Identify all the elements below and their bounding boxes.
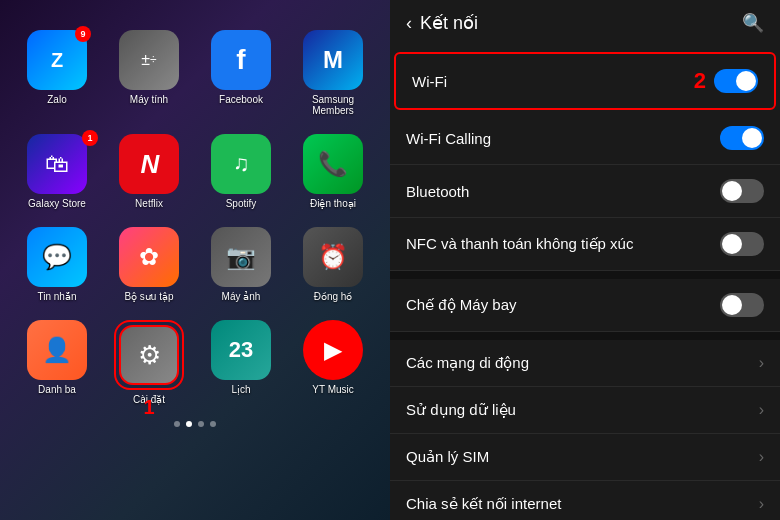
calculator-label: Máy tính (130, 94, 168, 105)
calculator-icon: ±÷ (119, 30, 179, 90)
airplane-toggle-knob (722, 295, 742, 315)
divider-2 (390, 332, 780, 340)
bluetooth-item[interactable]: Bluetooth (390, 165, 780, 218)
app-spotify[interactable]: ♫ Spotify (204, 134, 278, 209)
airplane-label: Chế độ Máy bay (406, 296, 517, 314)
divider-1 (390, 271, 780, 279)
app-galaxy-store[interactable]: 🛍 1 Galaxy Store (20, 134, 94, 209)
wifi-calling-toggle-knob (742, 128, 762, 148)
collection-label: Bộ sưu tập (124, 291, 173, 302)
search-button[interactable]: 🔍 (742, 12, 764, 34)
app-netflix[interactable]: N Netflix (112, 134, 186, 209)
wifi-calling-item[interactable]: Wi-Fi Calling (390, 112, 780, 165)
settings-header: ‹ Kết nối 🔍 (390, 0, 780, 46)
facebook-icon: f (211, 30, 271, 90)
nfc-toggle-knob (722, 234, 742, 254)
zalo-label: Zalo (47, 94, 66, 105)
airplane-toggle[interactable] (720, 293, 764, 317)
sim-chevron: › (759, 448, 764, 466)
camera-icon: 📷 (211, 227, 271, 287)
home-screen: Z 9 Zalo ±÷ Máy tính f Facebook M Samsun… (0, 0, 390, 520)
wifi-toggle[interactable] (714, 69, 758, 93)
dot-4 (210, 421, 216, 427)
app-facebook[interactable]: f Facebook (204, 30, 278, 116)
app-camera[interactable]: 📷 Máy ảnh (204, 227, 278, 302)
phone-label: Điện thoại (310, 198, 356, 209)
samsung-members-label: Samsung Members (296, 94, 370, 116)
step2-label: 2 (694, 68, 706, 94)
wifi-item[interactable]: Wi-Fi 2 (394, 52, 776, 110)
contacts-icon: 👤 (27, 320, 87, 380)
airplane-item[interactable]: Chế độ Máy bay (390, 279, 780, 332)
settings-icon: ⚙ (119, 325, 179, 385)
app-settings[interactable]: ⚙ Cài đặt 1 (112, 320, 186, 405)
wifi-label: Wi-Fi (412, 73, 447, 90)
contacts-label: Danh ba (38, 384, 76, 395)
spotify-icon: ♫ (211, 134, 271, 194)
camera-label: Máy ảnh (222, 291, 261, 302)
mobile-networks-item[interactable]: Các mạng di động › (390, 340, 780, 387)
bluetooth-label: Bluetooth (406, 183, 469, 200)
settings-title: Kết nối (420, 12, 478, 34)
calendar-label: Lịch (231, 384, 250, 395)
nfc-item[interactable]: NFC và thanh toán không tiếp xúc (390, 218, 780, 271)
app-calendar[interactable]: 23 Lịch (204, 320, 278, 405)
hotspot-chevron: › (759, 495, 764, 513)
mobile-networks-label: Các mạng di động (406, 354, 529, 372)
collection-icon: ✿ (119, 227, 179, 287)
dot-2 (186, 421, 192, 427)
clock-icon: ⏰ (303, 227, 363, 287)
app-calculator[interactable]: ±÷ Máy tính (112, 30, 186, 116)
sim-label: Quản lý SIM (406, 448, 489, 466)
app-collection[interactable]: ✿ Bộ sưu tập (112, 227, 186, 302)
messages-icon: 💬 (27, 227, 87, 287)
dot-1 (174, 421, 180, 427)
data-usage-item[interactable]: Sử dụng dữ liệu › (390, 387, 780, 434)
app-zalo[interactable]: Z 9 Zalo (20, 30, 94, 116)
ytmusic-label: YT Music (312, 384, 354, 395)
data-usage-chevron: › (759, 401, 764, 419)
back-button[interactable]: ‹ (406, 13, 412, 34)
clock-label: Đồng hồ (314, 291, 353, 302)
messages-label: Tin nhắn (38, 291, 77, 302)
samsung-members-icon: M (303, 30, 363, 90)
dot-3 (198, 421, 204, 427)
step1-label: 1 (143, 396, 154, 419)
facebook-label: Facebook (219, 94, 263, 105)
app-contacts[interactable]: 👤 Danh ba (20, 320, 94, 405)
zalo-badge: 9 (75, 26, 91, 42)
page-dots (174, 421, 216, 427)
bluetooth-toggle-knob (722, 181, 742, 201)
app-ytmusic[interactable]: ▶ YT Music (296, 320, 370, 405)
netflix-label: Netflix (135, 198, 163, 209)
header-left: ‹ Kết nối (406, 12, 478, 34)
nfc-label: NFC và thanh toán không tiếp xúc (406, 235, 633, 253)
app-messages[interactable]: 💬 Tin nhắn (20, 227, 94, 302)
app-samsung-members[interactable]: M Samsung Members (296, 30, 370, 116)
settings-panel: ‹ Kết nối 🔍 Wi-Fi 2 Wi-Fi Calling Blueto… (390, 0, 780, 520)
settings-list: Wi-Fi 2 Wi-Fi Calling Bluetooth NFC v (390, 46, 780, 520)
wifi-calling-label: Wi-Fi Calling (406, 130, 491, 147)
wifi-calling-toggle[interactable] (720, 126, 764, 150)
galaxy-store-label: Galaxy Store (28, 198, 86, 209)
bluetooth-toggle[interactable] (720, 179, 764, 203)
data-usage-label: Sử dụng dữ liệu (406, 401, 516, 419)
galaxy-store-icon: 🛍 (27, 134, 87, 194)
galaxy-store-badge: 1 (82, 130, 98, 146)
netflix-icon: N (119, 134, 179, 194)
app-clock[interactable]: ⏰ Đồng hồ (296, 227, 370, 302)
phone-icon: 📞 (303, 134, 363, 194)
wifi-toggle-knob (736, 71, 756, 91)
spotify-label: Spotify (226, 198, 257, 209)
zalo-icon: Z 9 (27, 30, 87, 90)
hotspot-label: Chia sẻ kết nối internet (406, 495, 561, 513)
sim-item[interactable]: Quản lý SIM › (390, 434, 780, 481)
app-phone[interactable]: 📞 Điện thoại (296, 134, 370, 209)
calendar-icon: 23 (211, 320, 271, 380)
nfc-toggle[interactable] (720, 232, 764, 256)
hotspot-item[interactable]: Chia sẻ kết nối internet › (390, 481, 780, 520)
app-grid: Z 9 Zalo ±÷ Máy tính f Facebook M Samsun… (20, 30, 370, 405)
ytmusic-icon: ▶ (303, 320, 363, 380)
mobile-networks-chevron: › (759, 354, 764, 372)
